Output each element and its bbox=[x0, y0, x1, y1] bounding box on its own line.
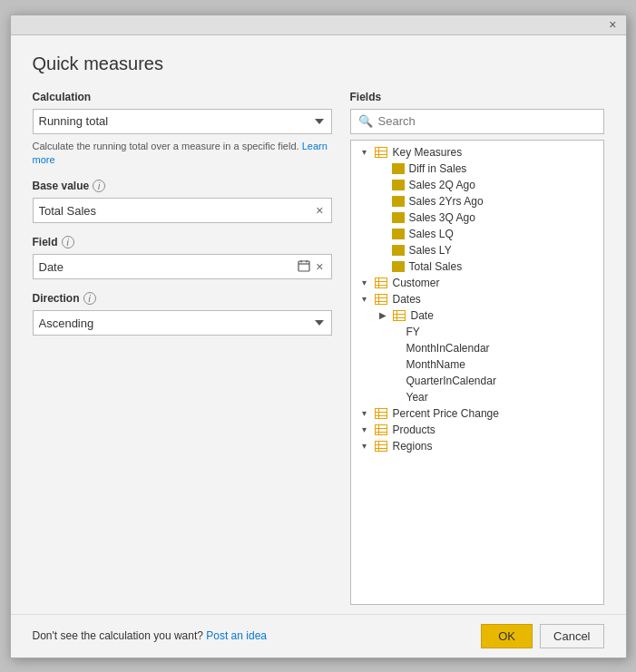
base-value-info-icon: i bbox=[93, 180, 105, 192]
close-button[interactable]: × bbox=[605, 16, 620, 33]
tree-item-label: QuarterInCalendar bbox=[406, 375, 496, 387]
tree-item-label: Total Sales bbox=[409, 260, 463, 273]
measure-icon bbox=[392, 163, 405, 174]
tree-leaf-item[interactable]: Diff in Sales bbox=[351, 161, 603, 177]
tree-group-item[interactable]: ▾ Percent Price Change bbox=[351, 405, 603, 422]
dialog-footer: Don't see the calculation you want? Post… bbox=[11, 614, 626, 657]
measure-icon bbox=[392, 180, 405, 190]
calculation-label: Calculation bbox=[33, 91, 332, 103]
dialog-content: Quick measures Calculation Running total… bbox=[11, 35, 626, 605]
main-area: Calculation Running total Calculate the … bbox=[33, 91, 604, 605]
search-input[interactable] bbox=[378, 114, 596, 128]
tree-item-label: Percent Price Change bbox=[393, 407, 499, 420]
table-icon bbox=[374, 293, 388, 306]
table-icon bbox=[374, 146, 388, 159]
tree-item-label: MonthName bbox=[406, 358, 465, 371]
base-value-clear-button[interactable]: × bbox=[314, 204, 325, 217]
tree-item-label: Customer bbox=[393, 277, 440, 289]
table-icon bbox=[374, 407, 388, 420]
tree-leaf-item[interactable]: MonthInCalendar bbox=[351, 340, 603, 356]
tree-leaf-item[interactable]: Total Sales bbox=[351, 258, 603, 275]
tree-group-item[interactable]: ▾ Regions bbox=[351, 438, 603, 454]
search-box: 🔍 bbox=[350, 109, 604, 134]
left-panel: Calculation Running total Calculate the … bbox=[33, 91, 332, 605]
tree-group-item[interactable]: ▾ Products bbox=[351, 422, 603, 438]
calculation-select[interactable]: Running total bbox=[33, 109, 332, 134]
post-idea-link[interactable]: Post an idea bbox=[206, 629, 267, 642]
tree-leaf-item[interactable]: QuarterInCalendar bbox=[351, 373, 603, 389]
tree-item-label: Regions bbox=[393, 440, 433, 453]
tree-group-item[interactable]: ▾ Customer bbox=[351, 275, 603, 291]
tree-item-label: Date bbox=[411, 309, 434, 322]
tree-leaf-item[interactable]: ▶ Date bbox=[351, 307, 603, 324]
direction-info-icon: i bbox=[83, 292, 96, 305]
tree-item-label: Sales 2Q Ago bbox=[409, 179, 475, 191]
chevron-icon: ▾ bbox=[358, 278, 371, 287]
svg-rect-0 bbox=[298, 261, 309, 271]
dialog-titlebar: × bbox=[11, 15, 626, 35]
field-input-wrapper: × bbox=[33, 254, 332, 279]
tree-item-label: Products bbox=[393, 424, 435, 436]
tree-leaf-item[interactable]: Year bbox=[351, 389, 603, 405]
base-value-label: Base value i bbox=[33, 180, 332, 192]
field-clear-button[interactable]: × bbox=[314, 260, 325, 273]
tree-item-label: Diff in Sales bbox=[409, 162, 467, 175]
svg-rect-12 bbox=[375, 294, 386, 304]
svg-rect-28 bbox=[375, 441, 386, 451]
quick-measures-dialog: × Quick measures Calculation Running tot… bbox=[10, 15, 627, 658]
tree-item-label: Dates bbox=[393, 293, 421, 306]
svg-rect-20 bbox=[375, 408, 386, 418]
tree-group-item[interactable]: ▾ Dates bbox=[351, 291, 603, 307]
chevron-icon: ▾ bbox=[358, 294, 371, 304]
chevron-icon: ▾ bbox=[358, 441, 371, 451]
base-value-input[interactable] bbox=[39, 204, 315, 218]
field-label: Field i bbox=[33, 236, 332, 248]
search-icon: 🔍 bbox=[358, 114, 373, 128]
tree-leaf-item[interactable]: Sales 2Yrs Ago bbox=[351, 193, 603, 209]
base-value-input-wrapper: × bbox=[33, 198, 332, 223]
table-icon bbox=[374, 424, 388, 436]
fields-label: Fields bbox=[350, 91, 604, 103]
tree-leaf-item[interactable]: Sales LY bbox=[351, 242, 603, 258]
tree-item-label: Sales LY bbox=[409, 244, 452, 257]
chevron-icon: ▶ bbox=[377, 310, 389, 320]
footer-link-text: Don't see the calculation you want? Post… bbox=[33, 629, 267, 642]
measure-icon bbox=[392, 261, 405, 272]
svg-rect-8 bbox=[375, 278, 386, 287]
table-icon bbox=[392, 309, 406, 322]
table-icon bbox=[374, 277, 388, 289]
tree-item-label: Sales 2Yrs Ago bbox=[409, 195, 484, 208]
chevron-icon: ▾ bbox=[358, 147, 371, 157]
helper-text: Calculate the running total over a measu… bbox=[33, 140, 332, 168]
tree-item-label: Sales LQ bbox=[409, 228, 454, 240]
tree-item-label: Sales 3Q Ago bbox=[409, 211, 475, 224]
svg-rect-24 bbox=[375, 424, 386, 434]
tree-item-label: MonthInCalendar bbox=[406, 342, 490, 355]
calendar-icon bbox=[298, 259, 310, 275]
tree-group-item[interactable]: ▾ Key Measures bbox=[351, 144, 603, 161]
direction-label: Direction i bbox=[33, 292, 332, 305]
footer-buttons: OK Cancel bbox=[481, 624, 603, 648]
svg-rect-4 bbox=[375, 147, 386, 157]
tree-leaf-item[interactable]: Sales 3Q Ago bbox=[351, 209, 603, 226]
table-icon bbox=[374, 440, 388, 453]
tree-leaf-item[interactable]: MonthName bbox=[351, 356, 603, 373]
field-input[interactable] bbox=[39, 260, 298, 274]
right-panel: Fields 🔍 ▾ Key MeasuresDiff in SalesSale… bbox=[350, 91, 604, 605]
field-info-icon: i bbox=[62, 236, 74, 248]
tree-leaf-item[interactable]: Sales 2Q Ago bbox=[351, 177, 603, 193]
measure-icon bbox=[392, 196, 405, 207]
tree-item-label: FY bbox=[406, 326, 420, 338]
cancel-button[interactable]: Cancel bbox=[540, 624, 603, 648]
direction-select[interactable]: Ascending Descending bbox=[33, 310, 332, 336]
dialog-title: Quick measures bbox=[33, 54, 604, 74]
measure-icon bbox=[392, 245, 405, 256]
fields-tree[interactable]: ▾ Key MeasuresDiff in SalesSales 2Q AgoS… bbox=[350, 140, 604, 605]
ok-button[interactable]: OK bbox=[481, 624, 533, 648]
chevron-icon: ▾ bbox=[358, 424, 371, 434]
tree-item-label: Key Measures bbox=[393, 146, 463, 159]
tree-leaf-item[interactable]: FY bbox=[351, 324, 603, 340]
measure-icon bbox=[392, 229, 405, 239]
tree-leaf-item[interactable]: Sales LQ bbox=[351, 226, 603, 242]
tree-item-label: Year bbox=[406, 391, 428, 404]
